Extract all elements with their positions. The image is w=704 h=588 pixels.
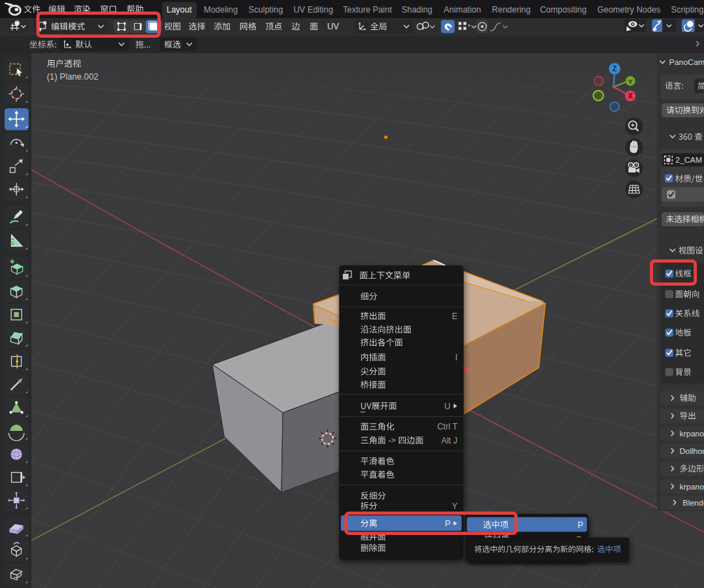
svg-text:Z: Z: [613, 64, 617, 73]
svg-text:Sculpting: Sculpting: [249, 5, 283, 15]
svg-text:Compositing: Compositing: [540, 5, 587, 15]
svg-text:krpano: krpano: [680, 483, 704, 491]
svg-text:2_CAM: 2_CAM: [675, 156, 702, 164]
svg-text:Animation: Animation: [443, 5, 481, 15]
svg-text:Texture Paint: Texture Paint: [343, 5, 393, 15]
svg-text:Layout: Layout: [166, 5, 192, 15]
svg-text:Rendering: Rendering: [492, 5, 530, 15]
svg-text:krpano: krpano: [680, 429, 704, 438]
svg-text:P: P: [578, 520, 583, 530]
svg-text:E: E: [452, 311, 457, 321]
svg-text:Ctrl T: Ctrl T: [437, 422, 458, 432]
svg-text:Y: Y: [452, 501, 457, 511]
svg-text:UV: UV: [328, 22, 340, 31]
svg-text:UV Editing: UV Editing: [293, 5, 333, 15]
svg-text:Shading: Shading: [402, 5, 432, 15]
svg-text:I: I: [455, 353, 457, 362]
svg-text:Dollhou: Dollhou: [680, 447, 704, 455]
svg-text:Scripting: Scripting: [671, 5, 704, 15]
svg-text:Modeling: Modeling: [204, 5, 238, 15]
svg-text:(1) Plane.002: (1) Plane.002: [47, 72, 98, 82]
svg-text:U: U: [444, 402, 450, 411]
svg-text:X: X: [628, 92, 633, 100]
svg-text:P: P: [445, 519, 450, 529]
svg-text:Alt J: Alt J: [441, 436, 457, 446]
svg-text:Geometry Nodes: Geometry Nodes: [597, 5, 661, 15]
svg-text:Blende: Blende: [683, 499, 704, 507]
svg-text:PanoCama: PanoCama: [669, 58, 704, 66]
svg-text:Y: Y: [628, 78, 633, 85]
